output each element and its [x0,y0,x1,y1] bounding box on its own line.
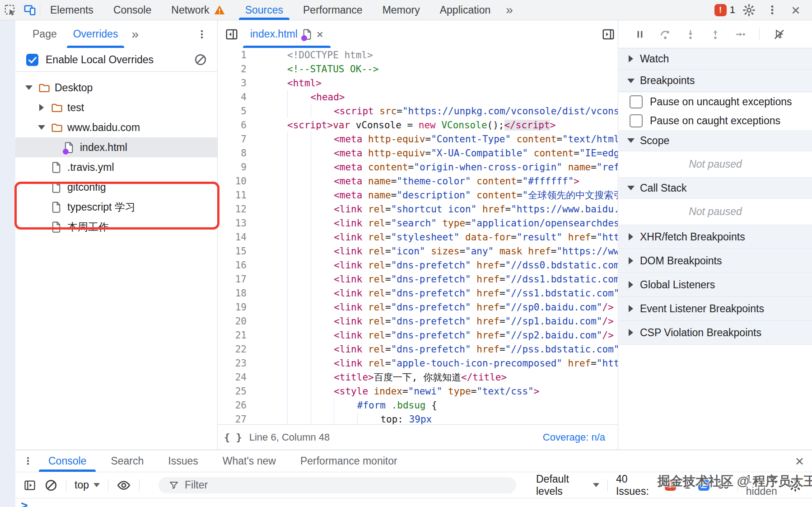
line-number[interactable]: 4 [218,92,247,103]
line-number[interactable]: 14 [218,232,247,243]
live-expression-eye-icon[interactable] [117,478,131,493]
section-dom-breakpoints[interactable]: DOM Breakpoints [619,249,812,273]
close-tab-icon[interactable]: × [317,28,323,40]
tree-folder-www.baidu.com[interactable]: www.baidu.com [15,117,217,137]
tree-file--[interactable]: 本周工作 [15,217,217,237]
line-number[interactable]: 7 [218,134,247,145]
line-number[interactable]: 21 [218,330,247,341]
caret-right-icon[interactable] [37,104,46,111]
tree-folder-desktop[interactable]: Desktop [15,78,217,98]
show-console-sidebar-icon[interactable] [23,479,36,492]
console-prompt[interactable]: > [15,498,812,507]
deactivate-breakpoints-icon[interactable] [773,28,785,41]
section-csp-violation-breakpoints[interactable]: CSP Violation Breakpoints [619,321,812,345]
console-filter-input[interactable]: Filter [159,477,516,493]
line-number[interactable]: 11 [218,190,247,201]
section-watch[interactable]: Watch [619,48,812,70]
section-call-stack[interactable]: Call Stack [619,178,812,199]
line-number[interactable]: 13 [218,218,247,229]
code-editor[interactable]: 1<!DOCTYPE html>2<!--STATUS OK-->3<html>… [218,48,618,425]
line-number[interactable]: 6 [218,120,247,131]
pretty-print-icon[interactable]: { } [224,432,242,443]
line-number[interactable]: 18 [218,288,247,299]
caret-down-icon[interactable] [37,125,46,130]
tree-file-typescript-[interactable]: typescript 学习 [15,197,217,217]
line-number[interactable]: 19 [218,302,247,313]
tree-file-gitconfig[interactable]: gitconfig [15,177,217,197]
toggle-device-toolbar-icon[interactable] [20,0,40,20]
coverage-link[interactable]: Coverage: n/a [543,432,605,443]
navigator-tab-page[interactable]: Page [24,20,65,48]
checkbox-unchecked[interactable] [630,95,643,108]
line-number[interactable]: 5 [218,106,247,117]
issues-counter[interactable]: ! 1 [714,4,735,16]
panel-tab-network[interactable]: Network [161,0,235,20]
editor-tab-index-html[interactable]: index.html × [243,20,331,48]
checkbox-unchecked[interactable] [630,114,643,127]
drawer-tab-search[interactable]: Search [98,450,156,472]
inspect-element-icon[interactable] [0,0,20,20]
line-number[interactable]: 25 [218,386,247,397]
line-number[interactable]: 12 [218,204,247,215]
drawer-tab-performance-monitor[interactable]: Performance monitor [288,450,410,472]
panel-tab-sources[interactable]: Sources [235,0,293,20]
drawer-tab-what-s-new[interactable]: What's new [210,450,288,472]
line-number[interactable]: 27 [218,414,247,425]
section-xhr-fetch-breakpoints[interactable]: XHR/fetch Breakpoints [619,225,812,249]
issues-count-link[interactable]: 40 Issues: [616,473,657,498]
hide-navigator-icon[interactable] [225,28,238,41]
line-number[interactable]: 22 [218,344,247,355]
line-number[interactable]: 20 [218,316,247,327]
line-number[interactable]: 9 [218,162,247,173]
clear-console-icon[interactable] [44,479,58,492]
line-number[interactable]: 1 [218,50,247,61]
line-number[interactable]: 15 [218,246,247,257]
line-number[interactable]: 10 [218,176,247,187]
line-number[interactable]: 24 [218,372,247,383]
line-number[interactable]: 8 [218,148,247,159]
line-number[interactable]: 3 [218,78,247,89]
settings-gear-icon[interactable] [739,0,759,20]
execution-context-selector[interactable]: top [75,479,100,491]
line-number[interactable]: 26 [218,400,247,411]
step-into-icon[interactable] [685,28,696,40]
enable-overrides-checkbox[interactable] [26,54,38,66]
more-panels-chevron-icon[interactable]: » [500,3,518,17]
panel-tab-application[interactable]: Application [430,0,501,20]
section-event-listener-breakpoints[interactable]: Event Listener Breakpoints [619,297,812,321]
caret-down-icon[interactable] [24,85,33,90]
line-number[interactable]: 2 [218,64,247,75]
close-devtools-button[interactable]: × [786,0,806,20]
section-label: Scope [640,135,669,147]
section-label: DOM Breakpoints [640,255,722,267]
drawer-tab-issues[interactable]: Issues [156,450,210,472]
drawer-kebab-icon[interactable] [20,450,36,472]
line-number[interactable]: 17 [218,274,247,285]
tree-file-.travis.yml[interactable]: .travis.yml [15,157,217,177]
line-number[interactable]: 23 [218,358,247,369]
more-options-kebab-icon[interactable] [762,0,782,20]
section-scope[interactable]: Scope [619,130,812,151]
section-global-listeners[interactable]: Global Listeners [619,273,812,297]
drawer-tab-console[interactable]: Console [36,450,98,472]
toggle-debugger-sidebar-icon[interactable] [602,28,615,41]
line-number[interactable]: 16 [218,260,247,271]
panel-tab-elements[interactable]: Elements [40,0,103,20]
tree-file-index.html[interactable]: index.html [15,137,217,157]
pause-script-icon[interactable] [634,28,646,40]
step-over-icon[interactable] [659,28,672,41]
close-drawer-button[interactable]: × [795,454,804,469]
clear-overrides-icon[interactable] [194,53,207,66]
step-icon[interactable] [734,28,746,40]
indent-guide [287,132,311,146]
section-breakpoints[interactable]: Breakpoints [619,70,812,92]
tree-folder-test[interactable]: test [15,98,217,117]
more-navigator-tabs-chevron-icon[interactable]: » [126,27,144,42]
panel-tab-performance[interactable]: Performance [293,0,373,20]
step-out-icon[interactable] [709,28,721,40]
panel-tab-console[interactable]: Console [103,0,161,20]
log-level-selector[interactable]: Default levels [536,473,599,498]
navigator-tab-overrides[interactable]: Overrides [65,20,126,48]
panel-tab-memory[interactable]: Memory [373,0,430,20]
navigator-kebab-icon[interactable] [193,25,211,43]
